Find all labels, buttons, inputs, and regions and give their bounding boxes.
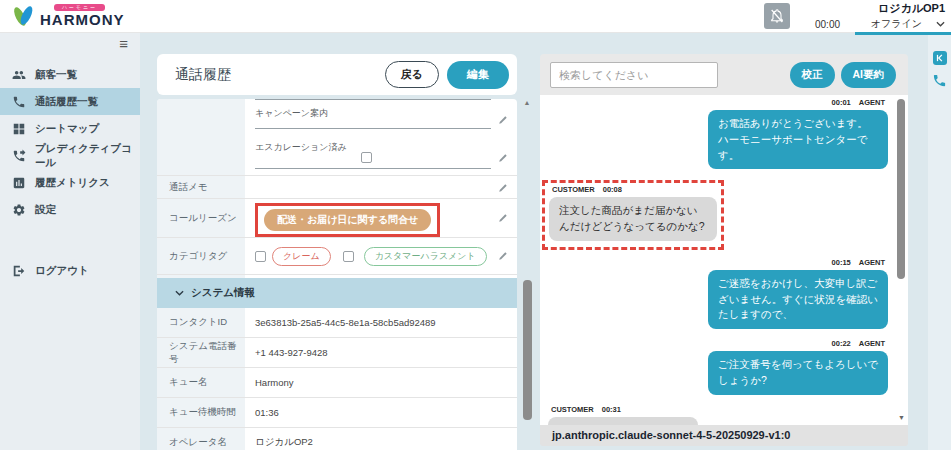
gear-icon [12,203,26,217]
sidebar: ≡ 顧客一覧 通話履歴一覧 シートマップ プレディクティブコール 履歴メトリクス [0,33,140,450]
user-name: ロジカルOP1 [815,1,945,16]
edit-pencil-icon[interactable] [497,183,508,194]
call-reason-pill[interactable]: 配送・お届け日に関する問合せ [264,209,431,231]
operator-name-value: ロジカルOP2 [245,428,517,450]
system-row-contact-id: コンタクトID 3e63813b-25a5-44c5-8e1a-58cb5ad9… [157,308,517,338]
sidebar-item-customer-list[interactable]: 顧客一覧 [0,61,140,88]
chat-message-agent: 00:22AGENT ご注文番号を伺ってもよろしいでしょうか? [540,338,894,395]
tag-claim-checkbox[interactable] [255,251,266,262]
edit-pencil-icon[interactable] [497,115,508,126]
escalation-checkbox[interactable] [361,152,372,163]
logo-text: HARMONY [40,11,125,28]
detail-scrollbar-thumb[interactable] [523,280,532,420]
message-role: AGENT [859,339,885,348]
chat-message-agent: 00:01AGENT お電話ありがとうございます。ハーモニーサポートセンターです… [540,97,894,169]
system-phone-value: +1 443-927-9428 [245,338,517,367]
sidebar-item-label: 履歴メトリクス [35,176,110,190]
sidebar-item-label: プレディクティブコール [35,142,140,170]
phone-icon[interactable] [932,73,947,88]
escalation-field-label: エスカレーション済み [255,141,347,154]
predictive-call-icon [12,149,26,163]
annotation-red-box: 配送・お届け日に関する問合せ [255,203,440,237]
sidebar-item-predictive-call[interactable]: プレディクティブコール [0,142,140,169]
user-block: ロジカルOP1 00:00 オフライン [815,1,945,31]
sidebar-item-label: シートマップ [35,122,99,136]
sidebar-item-call-history[interactable]: 通話履歴一覧 [0,88,140,115]
system-info-section-header[interactable]: システム情報 [157,278,517,308]
message-time: 00:08 [603,185,622,194]
model-id-bar: jp.anthropic.claude-sonnet-4-5-20250929-… [540,425,908,446]
logo-ribbon: ハーモニー [54,4,105,11]
edit-pencil-icon[interactable] [497,251,508,262]
collapse-panel-icon[interactable] [933,51,947,65]
detail-scrollbar: ▲ [521,99,533,450]
field-row-campaign: キャンペーン案内 [157,99,517,135]
sidebar-item-history-metrics[interactable]: 履歴メトリクス [0,169,140,196]
search-input[interactable] [550,62,718,88]
metrics-chart-icon [12,176,26,190]
hamburger-menu-icon[interactable]: ≡ [119,35,128,52]
edit-pencil-icon[interactable] [497,153,508,164]
arrow-left-icon [935,53,945,63]
call-reason-label: コールリーズン [157,199,245,237]
transcript-panel: 00:01AGENT お電話ありがとうございます。ハーモニーサポートセンターです… [540,95,908,425]
sidebar-item-label: 通話履歴一覧 [35,95,98,109]
sidebar-item-seatmap[interactable]: シートマップ [0,115,140,142]
tag-claim-pill[interactable]: クレーム [272,247,331,266]
message-role: CUSTOMER [552,185,595,194]
queue-wait-value: 01:36 [245,398,517,427]
sidebar-item-label: ログアウト [35,264,89,278]
row-call-memo: 通話メモ [157,175,517,199]
chat-message-customer: CUSTOMER00:31 b.の1234です。 [540,404,894,426]
bell-slash-glyph [769,8,785,24]
right-tool-strip [928,33,951,450]
message-bubble: お電話ありがとうございます。ハーモニーサポートセンターです。 [708,110,888,169]
status-dropdown[interactable]: オフライン [871,17,945,31]
message-role: AGENT [859,98,885,107]
category-tags-label: カテゴリタグ [157,238,245,274]
sidebar-item-label: 設定 [35,203,56,217]
queue-name-value: Harmony [245,368,517,397]
harmony-logo: ハーモニー HARMONY [10,3,125,29]
call-timer: 00:00 [815,19,840,30]
message-list: 00:01AGENT お電話ありがとうございます。ハーモニーサポートセンターです… [540,95,894,425]
message-time: 00:15 [832,258,851,267]
message-bubble: b.の1234です。 [548,417,698,426]
campaign-field-label: キャンペーン案内 [255,107,328,120]
back-button[interactable]: 戻る [385,61,439,88]
call-history-detail-panel: キャンペーン案内 エスカレーション済み 通話メモ コールリーズン [157,99,517,450]
sidebar-item-settings[interactable]: 設定 [0,196,140,223]
call-history-header: 通話履歴 戻る 編集 [157,54,517,95]
chat-message-agent: 00:15AGENT ご迷惑をおかけし、大変申し訳ございません。すぐに状況を確認… [540,257,894,329]
scroll-up-icon[interactable]: ▲ [521,99,533,106]
sidebar-nav: 顧客一覧 通話履歴一覧 シートマップ プレディクティブコール 履歴メトリクス 設… [0,61,140,284]
chat-message-customer: CUSTOMER00:08 注文した商品がまだ届かないんだけどどうなってるのかな… [545,184,717,241]
chevron-down-icon [175,290,184,296]
system-row-operator: オペレータ名 ロジカルOP2 [157,428,517,450]
field-row-escalation: エスカレーション済み [157,135,517,175]
memo-label: 通話メモ [157,176,245,198]
sidebar-item-logout[interactable]: ログアウト [0,257,140,284]
message-time: 00:31 [602,405,621,414]
system-row-phone: システム電話番号 +1 443-927-9428 [157,338,517,368]
ai-summary-button[interactable]: AI要約 [841,62,897,88]
app-window: ハーモニー HARMONY ロジカルOP1 00:00 オフライン [0,0,951,450]
tag-harassment-pill[interactable]: カスタマーハラスメント [364,247,487,266]
contact-id-value: 3e63813b-25a5-44c5-8e1a-58cb5ad92489 [245,308,517,337]
page-title: 通話履歴 [175,66,231,84]
notifications-off-icon[interactable] [764,3,790,29]
message-role: CUSTOMER [551,405,594,414]
edit-pencil-icon[interactable] [497,213,508,224]
row-call-reason: コールリーズン 配送・お届け日に関する問合せ [157,199,517,238]
grid-icon [12,122,26,136]
tag-harassment-checkbox[interactable] [343,251,354,262]
chat-scrollbar-thumb[interactable] [897,99,905,279]
message-bubble: ご迷惑をおかけし、大変申し訳ございません。すぐに状況を確認いたしますので、 [708,270,888,329]
message-time: 00:22 [832,339,851,348]
message-time: 00:01 [832,98,851,107]
scroll-down-icon[interactable]: ▼ [898,414,905,421]
edit-button[interactable]: 編集 [447,61,509,89]
status-label: オフライン [871,17,922,31]
proofread-button[interactable]: 校正 [790,62,835,88]
status-accent-underline [855,32,951,35]
